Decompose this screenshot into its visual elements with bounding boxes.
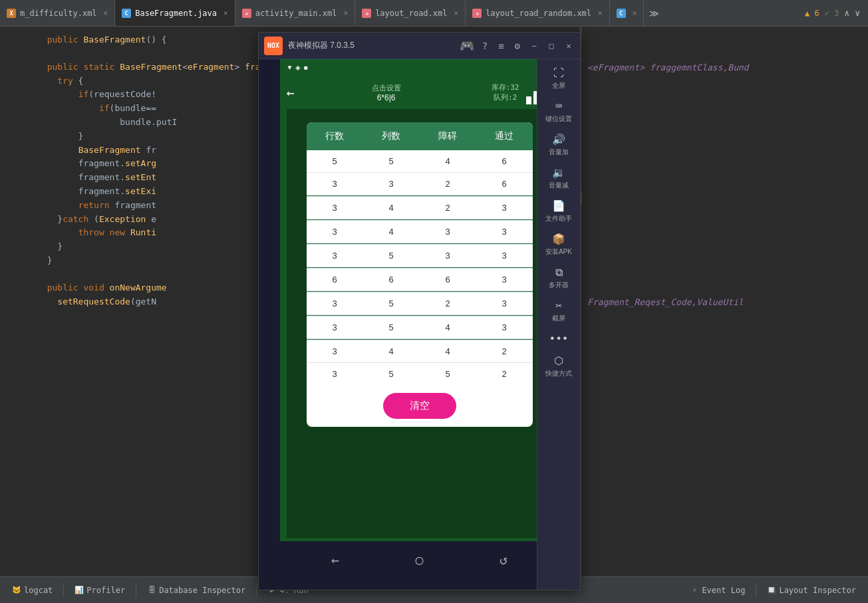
table-row[interactable]: 5546 — [307, 150, 533, 173]
status-event-log[interactable]: ⚡ Event Log — [684, 583, 750, 598]
data-table: 行数 列数 障碍 通过 5546332634233433353366633523… — [307, 122, 533, 385]
status-icons-left: ▼ ◈ ■ — [287, 64, 308, 71]
apk-icon: 📦 — [552, 233, 565, 245]
status-divider-4 — [756, 583, 756, 596]
nox-titlebar: NOX 夜神模拟器 7.0.3.5 🎮 ? ≡ ⚙ − □ ✕ — [259, 33, 580, 59]
nox-phone-screen: ▼ ◈ ■ 5:21 ← 点击设置 6*6|6 库存:32 队列:2 — [280, 59, 559, 578]
status-right: ⚡ Event Log 🔲 Layout Inspector — [684, 583, 861, 598]
more-icon: ••• — [549, 332, 569, 345]
tab-close-4[interactable]: ✕ — [598, 9, 603, 17]
java-icon: C — [122, 9, 131, 18]
nav-home-btn[interactable]: ○ — [415, 552, 423, 568]
appbar-queue-label: 队列:2 — [494, 92, 517, 102]
tab-close-2[interactable]: ✕ — [344, 9, 349, 17]
col-header-rows: 行数 — [307, 122, 363, 150]
tab-close-5[interactable]: ✕ — [633, 9, 637, 17]
back-arrow-btn[interactable]: ← — [287, 84, 295, 100]
sidebar-multi-open[interactable]: ⧉ 多开器 — [539, 262, 579, 294]
table-row[interactable]: 3442 — [307, 340, 533, 363]
check-badge: ✓ 3 — [825, 9, 839, 18]
up-arrow-btn[interactable]: ∧ — [844, 8, 849, 18]
nox-sidebar: ⛶ 全屏 ⌨ 键位设置 🔊 音量加 🔉 音量减 📄 文件助手 📦 安装APK ⧉… — [537, 59, 580, 590]
nox-settings-btn[interactable]: ⚙ — [512, 39, 523, 53]
table-row[interactable]: 3523 — [307, 293, 533, 315]
code-right-content: <eFragment> fraggemntClass,Bund Fragment… — [587, 33, 863, 310]
table-body: 5546332634233433353366633523354334423552 — [307, 150, 533, 385]
sidebar-shortcut[interactable]: ⬡ 快捷方式 — [539, 350, 579, 382]
dialog-footer: 清空 — [307, 385, 533, 427]
clear-button[interactable]: 清空 — [383, 393, 456, 419]
nox-window-controls: ? ≡ ⚙ − □ ✕ — [480, 39, 575, 53]
tab-basefragment[interactable]: C BaseFragment.java ✕ — [115, 0, 235, 26]
event-log-icon: ⚡ — [690, 586, 699, 595]
nox-logo-icon: NOX — [264, 37, 283, 55]
xml-icon-2: ⬦ — [242, 9, 251, 18]
tab-m-difficulty[interactable]: X m_difficulty.xml ✕ — [0, 0, 115, 26]
tab-layout-road[interactable]: ⬦ layout_road.xml ✕ — [355, 0, 466, 26]
phone-status-bar: ▼ ◈ ■ 5:21 — [280, 59, 559, 76]
appbar-stock-label: 库存:32 — [492, 82, 519, 92]
layout-inspector-icon: 🔲 — [767, 586, 776, 595]
table-row[interactable]: 3543 — [307, 316, 533, 339]
profiler-icon: 📊 — [74, 586, 84, 595]
dialog-overlay: 行数 列数 障碍 通过 5546332634233433353366633523… — [287, 109, 553, 538]
nav-back-btn[interactable]: ← — [331, 552, 339, 568]
tab-c[interactable]: C ✕ — [610, 0, 645, 26]
appbar-label-click: 点击设置 — [372, 83, 401, 93]
multi-icon: ⧉ — [555, 266, 563, 279]
status-divider-2 — [136, 584, 136, 597]
warning-badge: ▲ 6 — [805, 9, 819, 18]
sidebar-vol-down[interactable]: 🔉 音量减 — [539, 162, 579, 194]
nox-close-btn[interactable]: ✕ — [563, 40, 575, 52]
appbar-value-grid: 6*6|6 — [377, 93, 396, 102]
nox-maximize-btn[interactable]: □ — [545, 40, 557, 52]
nox-menu-btn[interactable]: ≡ — [496, 39, 506, 53]
tab-bar: X m_difficulty.xml ✕ C BaseFragment.java… — [0, 0, 868, 27]
tab-close-3[interactable]: ✕ — [454, 9, 459, 17]
down-arrow-btn[interactable]: ∨ — [855, 8, 860, 18]
code-area-right: <eFragment> fraggemntClass,Bund Fragment… — [582, 27, 868, 576]
table-header-row: 行数 列数 障碍 通过 — [307, 122, 533, 150]
status-divider-3 — [256, 584, 257, 597]
tab-close-0[interactable]: ✕ — [104, 9, 108, 17]
table-row[interactable]: 3433 — [307, 221, 533, 243]
sidebar-keymapping[interactable]: ⌨ 键位设置 — [539, 96, 579, 128]
c-icon: C — [617, 9, 626, 18]
file-icon: 📄 — [552, 199, 565, 212]
data-dialog: 行数 列数 障碍 通过 5546332634233433353366633523… — [307, 122, 533, 427]
nav-refresh-btn[interactable]: ↺ — [500, 552, 507, 568]
nox-minimize-btn[interactable]: − — [528, 40, 540, 52]
status-divider-1 — [63, 584, 64, 597]
table-row[interactable]: 3552 — [307, 363, 533, 386]
col-header-pass: 通过 — [476, 122, 533, 150]
tab-close-1[interactable]: ✕ — [223, 9, 228, 17]
sidebar-fullscreen[interactable]: ⛶ 全屏 — [539, 62, 579, 94]
fullscreen-icon: ⛶ — [553, 66, 564, 79]
tab-overflow-btn[interactable]: ≫ — [644, 0, 664, 26]
vol-down-icon: 🔉 — [552, 166, 565, 179]
status-layout-inspector[interactable]: 🔲 Layout Inspector — [762, 583, 861, 598]
status-profiler[interactable]: 📊 Profiler — [69, 583, 130, 598]
table-row[interactable]: 3533 — [307, 245, 533, 267]
phone-bottom-nav: ← ○ ↺ — [280, 541, 559, 578]
xml-icon-3: ⬦ — [362, 9, 371, 18]
status-logcat[interactable]: 🐱 logcat — [7, 583, 58, 598]
sidebar-more[interactable]: ••• — [539, 328, 579, 349]
table-row[interactable]: 3423 — [307, 197, 533, 219]
nox-help-btn[interactable]: ? — [480, 39, 490, 53]
sidebar-screenshot[interactable]: ✂ 截屏 — [539, 295, 579, 327]
sidebar-file-assistant[interactable]: 📄 文件助手 — [539, 195, 579, 227]
keyboard-icon: ⌨ — [555, 100, 562, 112]
nox-title: 夜神模拟器 7.0.3.5 — [288, 40, 454, 51]
table-row[interactable]: 6663 — [307, 269, 533, 291]
screenshot-icon: ✂ — [555, 299, 562, 312]
tab-activity-main[interactable]: ⬦ activity_main.xml ✕ — [235, 0, 355, 26]
table-row[interactable]: 3326 — [307, 173, 533, 195]
status-db-inspector[interactable]: 🗄 Database Inspector — [142, 583, 251, 598]
sidebar-vol-up[interactable]: 🔊 音量加 — [539, 129, 579, 161]
sidebar-install-apk[interactable]: 📦 安装APK — [539, 229, 579, 261]
phone-app-bar: ← 点击设置 6*6|6 库存:32 队列:2 — [280, 76, 559, 109]
tab-layout-road-random[interactable]: ⬦ layout_road_random.xml ✕ — [466, 0, 610, 26]
gamepad-icon: 🎮 — [460, 39, 474, 53]
vol-up-icon: 🔊 — [552, 133, 565, 146]
